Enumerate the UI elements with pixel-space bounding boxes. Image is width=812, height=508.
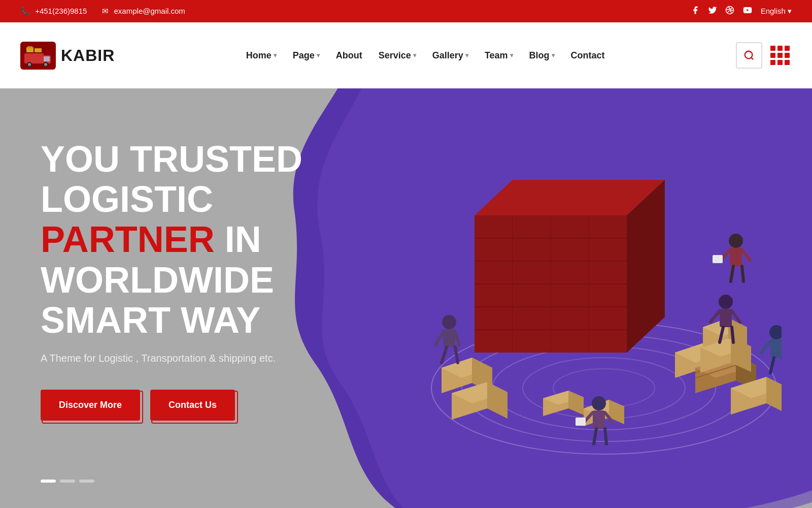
svg-rect-73 <box>576 418 586 426</box>
grid-dots-icon <box>770 46 790 65</box>
nav-links: Home ▾ Page ▾ About Service ▾ Gallery ▾ … <box>240 46 611 65</box>
svg-rect-65 <box>720 309 732 327</box>
email-info: ✉ example@gmail.com <box>102 7 185 16</box>
logo-icon <box>20 42 56 70</box>
discover-more-button[interactable]: Discover More <box>41 390 140 421</box>
svg-rect-80 <box>713 255 723 263</box>
svg-point-70 <box>592 396 606 410</box>
svg-line-69 <box>732 327 733 342</box>
svg-line-60 <box>435 332 443 345</box>
svg-point-64 <box>719 295 733 309</box>
service-chevron-icon: ▾ <box>413 52 416 59</box>
svg-rect-78 <box>730 248 742 266</box>
slide-dot-3[interactable] <box>79 480 94 483</box>
phone-icon: 📞 <box>20 7 30 15</box>
top-bar-left: 📞 +451(236)9815 ✉ example@gmail.com <box>20 7 185 16</box>
search-button[interactable] <box>736 42 762 69</box>
contact-us-button[interactable]: Contact Us <box>150 390 235 421</box>
hero-section: YOU TRUSTED LOGISTIC PARTNER IN WORLDWID… <box>0 88 812 508</box>
svg-rect-85 <box>770 339 782 358</box>
navbar: KABIR Home ▾ Page ▾ About Service ▾ Gall… <box>0 22 812 88</box>
nav-page[interactable]: Page ▾ <box>287 46 326 65</box>
twitter-icon[interactable] <box>708 6 717 17</box>
logistics-illustration <box>350 104 782 500</box>
svg-line-63 <box>455 347 458 363</box>
blog-chevron-icon: ▾ <box>552 52 555 59</box>
svg-rect-2 <box>24 53 44 64</box>
svg-line-61 <box>455 332 459 345</box>
facebook-icon[interactable] <box>691 6 700 17</box>
dribbble-icon[interactable] <box>725 6 734 17</box>
nav-about[interactable]: About <box>330 46 368 65</box>
svg-marker-34 <box>487 382 507 419</box>
hero-subtitle: A Theme for Logistic , Transportation & … <box>41 353 396 364</box>
youtube-icon[interactable] <box>742 6 753 17</box>
nav-blog[interactable]: Blog ▾ <box>523 46 561 65</box>
svg-point-84 <box>769 325 782 339</box>
nav-team[interactable]: Team ▾ <box>479 46 519 65</box>
svg-rect-10 <box>27 46 32 48</box>
page-chevron-icon: ▾ <box>317 52 320 59</box>
home-chevron-icon: ▾ <box>274 52 277 59</box>
hero-buttons: Discover More Contact Us <box>41 390 396 421</box>
svg-line-83 <box>742 266 743 281</box>
nav-actions <box>736 42 792 69</box>
nav-service[interactable]: Service ▾ <box>373 46 422 65</box>
hero-title: YOU TRUSTED LOGISTIC PARTNER IN WORLDWID… <box>41 139 396 340</box>
nav-home[interactable]: Home ▾ <box>240 46 283 65</box>
svg-line-76 <box>605 429 606 444</box>
logo[interactable]: KABIR <box>20 42 115 70</box>
svg-rect-71 <box>593 410 605 429</box>
language-selector[interactable]: English ▾ <box>761 7 792 16</box>
slide-dot-2[interactable] <box>60 480 75 483</box>
svg-rect-4 <box>44 56 50 61</box>
svg-point-12 <box>745 51 753 59</box>
svg-point-6 <box>28 63 31 66</box>
phone-info: 📞 +451(236)9815 <box>20 7 87 16</box>
svg-line-82 <box>731 266 733 281</box>
svg-point-77 <box>729 234 743 248</box>
brand-name: KABIR <box>61 46 115 65</box>
slide-dot-1[interactable] <box>41 480 56 483</box>
svg-line-81 <box>742 250 750 260</box>
hero-illustration <box>350 104 782 500</box>
svg-rect-59 <box>443 329 455 347</box>
svg-line-62 <box>442 347 447 363</box>
grid-menu-button[interactable] <box>768 44 792 67</box>
svg-line-88 <box>770 358 774 373</box>
gallery-chevron-icon: ▾ <box>465 52 468 59</box>
top-bar-right: English ▾ <box>691 6 792 17</box>
top-bar: 📞 +451(236)9815 ✉ example@gmail.com Engl… <box>0 0 812 22</box>
nav-contact[interactable]: Contact <box>565 46 611 65</box>
svg-line-86 <box>761 341 770 353</box>
email-icon: ✉ <box>102 7 109 15</box>
svg-line-66 <box>710 311 720 322</box>
hero-content: YOU TRUSTED LOGISTIC PARTNER IN WORLDWID… <box>41 139 396 421</box>
team-chevron-icon: ▾ <box>510 52 513 59</box>
svg-rect-11 <box>35 48 42 52</box>
svg-point-8 <box>44 63 47 66</box>
nav-gallery[interactable]: Gallery ▾ <box>426 46 475 65</box>
svg-point-58 <box>442 315 456 329</box>
svg-marker-54 <box>568 391 584 415</box>
slide-dots <box>41 480 94 483</box>
